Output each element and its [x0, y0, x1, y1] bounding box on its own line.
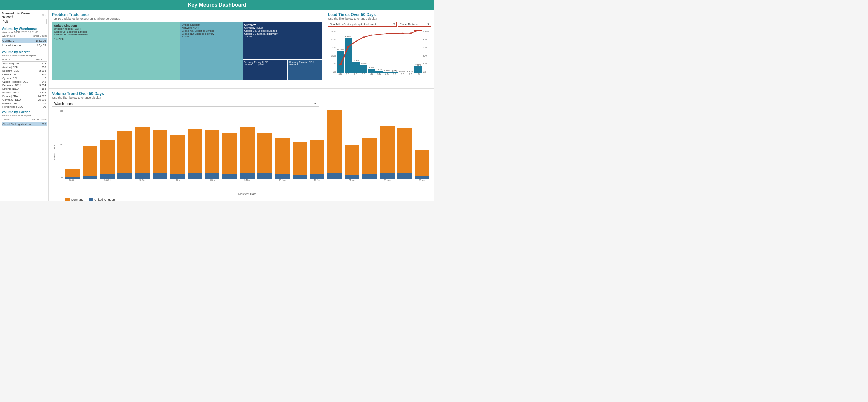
volume-trend-subtitle: Use the filter below to change display: [52, 96, 431, 99]
carrier-row-global[interactable]: Global Co. Logistics Limi... 395: [2, 122, 47, 126]
volume-by-market-subtitle: Select a warehouse to expand: [2, 54, 47, 57]
market-row[interactable]: Hong Kong | DEU70: [2, 105, 47, 108]
market-row[interactable]: Australia | DEU1,723: [2, 62, 47, 65]
main-layout: Scanned Into Carrier Network ▽ ✕ (All) V…: [0, 10, 434, 201]
filter-section: Scanned Into Carrier Network ▽ ✕ (All): [2, 12, 47, 24]
trend-bar-group: 20 Oct: [64, 110, 81, 186]
carrier-network-dropdown[interactable]: (All): [2, 19, 47, 24]
bar-0d: 19.95%: [337, 30, 344, 73]
volume-by-carrier-section: Volume by Carrier Select a market to exp…: [2, 110, 47, 126]
bar-1d: 41.06%: [344, 30, 352, 73]
warehouse-row-germany[interactable]: Germany 185,395: [2, 38, 47, 43]
trend-bar-group: 29 Nov: [413, 110, 431, 186]
bar-5d: 2.19%: [375, 30, 383, 73]
lead-times-title: Lead Times Over 50 Days: [328, 12, 431, 17]
trend-bar-group: [326, 110, 343, 186]
trend-bar-group: 21 Nov: [343, 110, 361, 186]
market-row[interactable]: France | FRA24,097: [2, 94, 47, 98]
trend-bar-group: [291, 110, 308, 186]
dashboard-title: Key Metrics Dashboard: [188, 2, 246, 7]
dropdown-arrow-icon: ▼: [393, 23, 395, 26]
trend-bar-group: 13 Nov: [274, 110, 291, 186]
top-row: Problem Tradelanes Top 10 tradelanes by …: [49, 10, 434, 89]
warehouse-row-uk[interactable]: United Kingdom 93,439: [2, 43, 47, 48]
market-row[interactable]: Austria | DEU950: [2, 65, 47, 69]
volume-trend-title: Volume Trend Over 50 Days: [52, 91, 431, 96]
treemap-cell-uk-gbr[interactable]: United Kingdom United Kingdom | GBR Glob…: [52, 22, 180, 79]
market-row[interactable]: Finland | DEU3,852: [2, 91, 47, 94]
dashboard-header: Key Metrics Dashboard: [0, 0, 434, 10]
trend-bar-group: [396, 110, 413, 186]
treemap-cell-uk-nor[interactable]: United Kingdom Norway | NOR Global Co. L…: [180, 22, 242, 79]
parcel-c-col-header: Parcel C...: [35, 58, 47, 61]
lead-times-filter1[interactable]: Final Mile - Carrier pick up to final ev…: [328, 22, 397, 27]
lead-times-chart: 50% 40% 30% 20% 10% 0%: [328, 28, 431, 79]
market-row[interactable]: Germany | DEU75,819: [2, 98, 47, 102]
legend-item-germany: Germany: [65, 198, 83, 201]
volume-by-market-section: Volume by Market Select a warehouse to e…: [2, 50, 47, 108]
volume-by-warehouse-title: Volume by Warehouse: [2, 27, 47, 31]
treemap-cell-de-deu[interactable]: Germany Germany | DEU Global Co. Logisti…: [243, 22, 322, 60]
volume-by-carrier-subtitle: Select a market to expand: [2, 114, 47, 117]
market-row[interactable]: Cyprus | DEU2: [2, 76, 47, 80]
parcel-count-axis-label: Parcel Count: [53, 145, 56, 160]
volume-by-market-title: Volume by Market: [2, 50, 47, 54]
market-row[interactable]: Greece | GRC57: [2, 102, 47, 105]
trend-bar-group: [186, 110, 203, 186]
carrier-parcel-col-header: Parcel Count: [32, 118, 47, 121]
trend-bar-group: [256, 110, 273, 186]
legend: Germany United Kingdom: [65, 198, 431, 201]
trend-bar-group: 5 Nov: [204, 110, 221, 186]
treemap-cell-de-est[interactable]: Germany Estonia | DEU Germany: [288, 60, 322, 79]
warehouse-col-header: Warehouse: [2, 35, 15, 37]
dashboard-wrapper: Key Metrics Dashboard Scanned Into Carri…: [0, 0, 434, 201]
trend-bar-group: [81, 110, 98, 186]
problem-tradelanes-subtitle: Top 10 tradelanes by exception & failure…: [52, 17, 322, 21]
bar-7d: 0.77%: [391, 30, 399, 73]
main-content: Problem Tradelanes Top 10 tradelanes by …: [49, 10, 434, 201]
market-row[interactable]: Czech Republic | DEU342: [2, 80, 47, 83]
lead-times-filter2[interactable]: Parcel Delivered ▼: [398, 22, 431, 27]
sidebar: Scanned Into Carrier Network ▽ ✕ (All) V…: [0, 10, 49, 201]
bar-2d: 13.16%: [352, 30, 360, 73]
legend-germany-label: Germany: [71, 198, 83, 201]
volume-by-warehouse-subtitle: Volume at 10/12/2020 15:01:05: [2, 31, 47, 34]
bar-4d: 5.02%: [368, 30, 375, 73]
trend-bar-group: 24 Oct: [99, 110, 116, 186]
volume-trend-section: Volume Trend Over 50 Days Use the filter…: [49, 89, 434, 201]
legend-item-uk: United Kingdom: [89, 198, 116, 201]
filter-label: Scanned Into Carrier Network: [2, 12, 42, 19]
market-row[interactable]: Belgium | BEL2,306: [2, 69, 47, 73]
problem-tradelanes-title: Problem Tradelanes: [52, 12, 322, 17]
volume-by-warehouse-section: Volume by Warehouse Volume at 10/12/2020…: [2, 27, 47, 48]
trend-bar-group: [361, 110, 378, 186]
trend-bar-group: 28 Oct: [134, 110, 151, 186]
bar-10plus: 7.30%: [414, 30, 422, 73]
market-row[interactable]: Estonia | DEU165: [2, 87, 47, 91]
trend-bar-group: [116, 110, 133, 186]
bar-6d: 1.37%: [383, 30, 391, 73]
carrier-col-header: Carrier: [2, 118, 9, 121]
trend-filter-arrow-icon: ▼: [314, 102, 316, 107]
market-row[interactable]: Denmark | DEU9,354: [2, 83, 47, 87]
volume-trend-chart: Parcel Count 4K 2K 0K 20 Oct24 Oct28 Oct…: [52, 108, 431, 197]
treemap: United Kingdom United Kingdom | GBR Glob…: [52, 22, 322, 79]
volume-trend-filter[interactable]: Warehouses: [52, 101, 319, 107]
trend-bar-group: 17 Nov: [309, 110, 326, 186]
legend-uk-label: United Kingdom: [94, 198, 116, 201]
treemap-cell-de-prt[interactable]: Germany Portugal | DEU Global Co. Logist…: [243, 60, 287, 79]
manifest-date-label: Manifest Date: [238, 192, 257, 196]
parcel-count-col-header: Parcel Count: [32, 35, 47, 37]
treemap-right: Germany Germany | DEU Global Co. Logisti…: [243, 22, 322, 79]
trend-bar-group: 25 Nov: [379, 110, 396, 186]
lead-times-section: Lead Times Over 50 Days Use the filter b…: [326, 10, 434, 89]
filter-funnel-icon[interactable]: ▽: [42, 14, 44, 17]
scroll-down-icon: ▼: [43, 105, 46, 108]
trend-bar-group: 1 Nov: [169, 110, 186, 186]
market-row[interactable]: Croatia | DEU336: [2, 73, 47, 76]
trend-bar-group: [151, 110, 168, 186]
filter-x-icon[interactable]: ✕: [44, 14, 47, 17]
dropdown-arrow2-icon: ▼: [427, 23, 430, 26]
treemap-middle: United Kingdom Norway | NOR Global Co. L…: [180, 22, 242, 79]
problem-tradelanes-section: Problem Tradelanes Top 10 tradelanes by …: [49, 10, 326, 89]
